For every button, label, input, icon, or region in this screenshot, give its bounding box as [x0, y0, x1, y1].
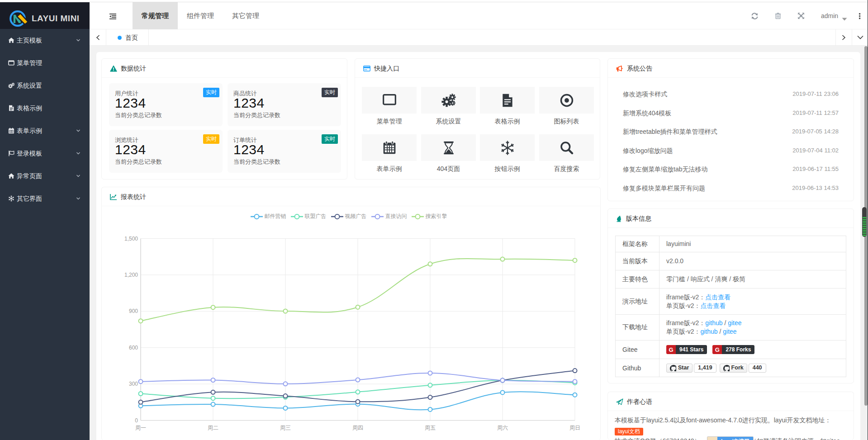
svg-text:1,200: 1,200: [124, 272, 138, 278]
svg-text:周五: 周五: [425, 425, 436, 431]
svg-text:周一: 周一: [135, 425, 146, 431]
svg-text:0: 0: [135, 417, 138, 424]
svg-text:300: 300: [129, 381, 138, 387]
svg-text:周三: 周三: [280, 425, 291, 431]
svg-text:周二: 周二: [208, 425, 218, 431]
svg-text:周四: 周四: [352, 425, 363, 431]
svg-text:600: 600: [129, 345, 138, 351]
svg-text:周日: 周日: [569, 425, 580, 431]
svg-text:周六: 周六: [497, 425, 508, 431]
svg-text:1,500: 1,500: [124, 236, 138, 242]
svg-text:900: 900: [129, 308, 138, 314]
